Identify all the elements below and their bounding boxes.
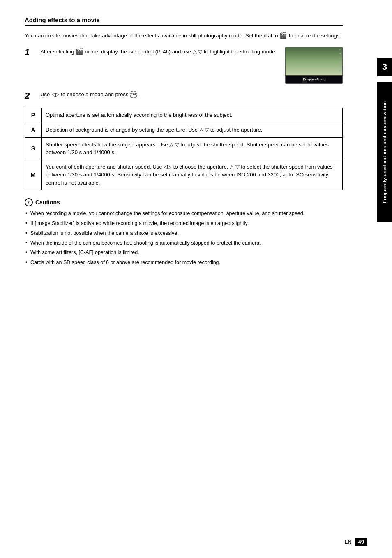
caution-item-5: With some art filters, [C-AF] operation …	[25, 249, 343, 257]
icon-1: ≡	[339, 48, 341, 51]
triangle-arrows-a: △ ▽	[199, 127, 209, 133]
step-2-number: 2	[25, 90, 37, 101]
mode-letter-s: S	[25, 137, 42, 160]
mode-desc-a: Depiction of background is changed by se…	[42, 123, 343, 137]
caution-item-6: Cards with an SD speed class of 6 or abo…	[25, 259, 343, 266]
program-auto-label: Program Auto	[303, 77, 323, 82]
lr-arrows-m: ◁▷	[164, 164, 172, 170]
cautions-title: Cautions	[35, 199, 60, 206]
cautions-list: When recording a movie, you cannot chang…	[25, 210, 343, 266]
mode-desc-p: Optimal aperture is set automatically ac…	[42, 108, 343, 123]
camera-mode-label-bar: Program Auto	[286, 75, 342, 83]
icon-3: □	[339, 56, 341, 60]
caution-item-3: Stabilization is not possible when the c…	[25, 229, 343, 237]
caution-item-4: When the inside of the camera becomes ho…	[25, 239, 343, 247]
triangle-arrows-s: △ ▽	[169, 141, 179, 148]
icon-6: ♥	[339, 69, 341, 72]
mode-table: P Optimal aperture is set automatically …	[25, 108, 343, 190]
step-1: 1 After selecting 🎬 mode, display the li…	[25, 47, 343, 84]
mode-letter-p: P	[25, 108, 42, 123]
table-row-a: A Depiction of background is changed by …	[25, 123, 343, 137]
section-heading: Adding effects to a movie	[25, 16, 343, 26]
camera-preview: ≡ ✦ □ ⚙ ● ♥	[286, 47, 342, 76]
mode-letter-m: M	[25, 160, 42, 190]
table-row-m: M You control both aperture and shutter …	[25, 160, 343, 190]
intro-text: You can create movies that take advantag…	[25, 31, 343, 40]
icon-5: ●	[339, 65, 341, 68]
chapter-tab-label: Frequently-used options and customizatio…	[377, 82, 392, 222]
icon-4: ⚙	[339, 61, 341, 64]
camera-ui-mockup: ≡ ✦ □ ⚙ ● ♥ Program Auto	[285, 47, 343, 84]
step-2-text: Use ◁▷ to choose a mode and press OK.	[40, 90, 343, 99]
step-1-number: 1	[25, 47, 37, 58]
mode-desc-m: You control both aperture and shutter sp…	[42, 160, 343, 190]
movie-icon-inline: 🎬	[279, 32, 287, 39]
cautions-header: ! Cautions	[25, 198, 343, 206]
table-row-s: S Shutter speed affects how the subject …	[25, 137, 343, 160]
cautions-section: ! Cautions When recording a movie, you c…	[25, 198, 343, 266]
step-1-content: After selecting 🎬 mode, display the live…	[40, 47, 343, 84]
caution-item-1: When recording a movie, you cannot chang…	[25, 210, 343, 218]
chapter-number-tab: 3	[377, 58, 392, 76]
table-row-p: P Optimal aperture is set automatically …	[25, 108, 343, 123]
page-container: 3 Frequently-used options and customizat…	[0, 0, 392, 558]
caution-item-2: If [Image Stabilizer] is activated while…	[25, 220, 343, 227]
page-prefix: EN	[345, 539, 352, 545]
lr-arrows-symbol: ◁▷	[51, 91, 60, 97]
page-number-box: 49	[355, 538, 367, 546]
movie-symbol: 🎬	[76, 48, 83, 55]
mode-desc-s: Shutter speed affects how the subject ap…	[42, 137, 343, 160]
camera-icons-panel: ≡ ✦ □ ⚙ ● ♥	[339, 48, 341, 73]
triangle-arrows: △ ▽	[193, 49, 203, 55]
step-1-text: After selecting 🎬 mode, display the live…	[40, 47, 277, 56]
ok-button-symbol: OK	[130, 91, 137, 98]
right-sidebar: 3 Frequently-used options and customizat…	[371, 0, 392, 558]
main-content: Adding effects to a movie You can create…	[25, 16, 343, 266]
caution-icon: !	[25, 198, 33, 206]
icon-2: ✦	[339, 52, 341, 56]
triangle-arrows-m: △ ▽	[230, 164, 240, 170]
mode-letter-a: A	[25, 123, 42, 137]
page-number-area: EN 49	[345, 538, 367, 546]
step-2: 2 Use ◁▷ to choose a mode and press OK.	[25, 90, 343, 101]
